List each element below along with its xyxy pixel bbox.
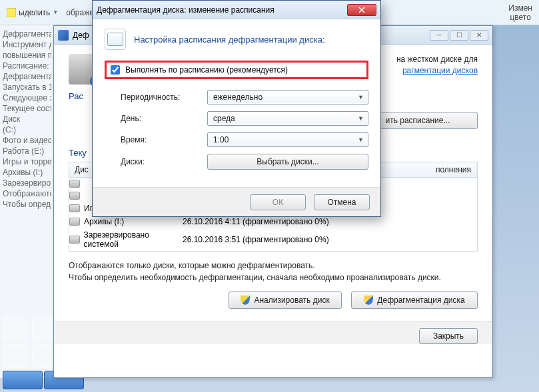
- close-button[interactable]: Закрыть: [419, 328, 478, 344]
- analyze-disk-button[interactable]: Анализировать диск: [229, 292, 342, 309]
- disk-name: Зарезервировано системой: [84, 230, 183, 249]
- left-panel-item: Работа (E:): [3, 146, 51, 156]
- maximize-button[interactable]: ☐: [450, 30, 468, 41]
- left-panel-item: Зарезервировано систем...: [3, 178, 51, 188]
- period-label: Периодичность:: [121, 93, 201, 102]
- highlight-icon: [7, 8, 16, 17]
- dialog-titlebar[interactable]: Дефрагментация диска: изменение расписан…: [93, 1, 380, 19]
- left-panel-item: Архивы (I:): [3, 168, 51, 177]
- drive-icon: [69, 204, 80, 212]
- ribbon-right-top: Измен: [508, 3, 532, 13]
- defragment-disk-button[interactable]: Дефрагментация диска: [351, 292, 478, 309]
- app-icon: [58, 30, 69, 41]
- dialog-title: Дефрагментация диска: изменение расписан…: [97, 5, 274, 15]
- left-panel-item: Игры и торренты (G:): [3, 157, 51, 166]
- time-label: Время:: [121, 135, 201, 144]
- drive-icon: [69, 236, 80, 244]
- drive-icon: [69, 218, 80, 226]
- disk-analysis: 26.10.2016 3:51 (фрагментировано 0%): [183, 235, 329, 244]
- chevron-down-icon: ▼: [358, 136, 364, 143]
- left-panel-item: Отображаются только диск...: [3, 189, 51, 198]
- drive-icon: [69, 192, 80, 200]
- disk-analysis: 26.10.2016 4:11 (фрагментировано 0%): [183, 217, 329, 226]
- chevron-down-icon: ▼: [53, 9, 58, 15]
- chevron-down-icon: ▼: [358, 94, 364, 100]
- table-row[interactable]: Архивы (I:)26.10.2016 4:11 (фрагментиров…: [69, 215, 477, 228]
- disks-label: Диски:: [121, 157, 201, 166]
- left-panel-item: Следующее запланирова...: [3, 93, 51, 102]
- close-window-button[interactable]: ✕: [470, 30, 488, 41]
- cancel-button[interactable]: Отмена: [314, 194, 370, 210]
- close-icon: [358, 7, 365, 13]
- chevron-down-icon: ▼: [358, 115, 364, 122]
- left-panel-item: Запускать в 1:00 кажд. сред...: [3, 83, 51, 92]
- highlighted-checkbox-row: Выполнять по расписанию (рекомендуется): [105, 61, 368, 79]
- disk-name: Архивы (I:): [84, 217, 124, 226]
- period-dropdown[interactable]: еженедельно▼: [207, 90, 368, 104]
- ribbon-highlight-button[interactable]: ыделить ▼: [7, 8, 58, 17]
- window-title: Деф: [73, 31, 89, 40]
- table-row[interactable]: Зарезервировано системой26.10.2016 3:51 …: [69, 228, 477, 251]
- drive-icon: [69, 180, 80, 188]
- help-link[interactable]: рагментации дисков: [402, 66, 478, 75]
- ok-button[interactable]: ОК: [250, 194, 306, 210]
- left-panel-item: Дефрагментация диска: [3, 29, 51, 39]
- run-on-schedule-label: Выполнять по расписанию (рекомендуется): [125, 65, 288, 75]
- left-panel-item: повышения произв...: [3, 51, 51, 60]
- ribbon-highlight-label: ыделить: [19, 8, 50, 17]
- footer-note: Отображаются только диски, которые можно…: [69, 260, 478, 284]
- left-panel-item: Чтобы определить необходим...: [3, 200, 51, 209]
- left-panel-item: Расписание:: [3, 61, 51, 71]
- run-on-schedule-checkbox[interactable]: [111, 65, 120, 75]
- left-panel-item: Диск: [3, 114, 51, 124]
- time-dropdown[interactable]: 1:00▼: [207, 132, 368, 147]
- left-panel-item: Фото и видео (D:): [3, 136, 51, 145]
- left-panel-item: Дефрагментация по рас...: [3, 72, 51, 81]
- shield-icon: [364, 295, 373, 305]
- day-label: День:: [121, 114, 201, 123]
- minimize-button[interactable]: ─: [430, 30, 448, 41]
- dialog-close-button[interactable]: [347, 4, 376, 16]
- left-panel-item: Инструмент дефраг...: [3, 40, 51, 49]
- select-disks-button[interactable]: Выбрать диски...: [207, 154, 368, 170]
- left-panel-item: Текущее состояние: [3, 104, 51, 113]
- calendar-icon: [105, 29, 126, 50]
- left-panel-item: (C:): [3, 125, 51, 134]
- day-dropdown[interactable]: среда▼: [207, 111, 368, 126]
- dialog-heading: Настройка расписания дефрагментации диск…: [134, 35, 325, 45]
- schedule-dialog: Дефрагментация диска: изменение расписан…: [92, 0, 381, 217]
- shield-icon: [241, 295, 250, 305]
- ribbon-right-bottom: цвето: [508, 13, 532, 22]
